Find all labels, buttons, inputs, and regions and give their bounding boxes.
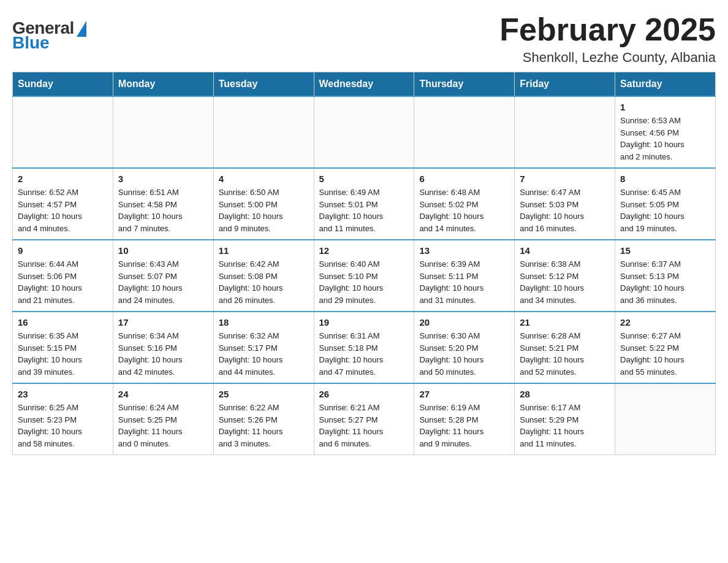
day-number: 6	[419, 174, 509, 184]
day-info: Sunrise: 6:50 AM Sunset: 5:00 PM Dayligh…	[219, 186, 309, 234]
day-info: Sunrise: 6:40 AM Sunset: 5:10 PM Dayligh…	[319, 258, 409, 306]
day-info: Sunrise: 6:25 AM Sunset: 5:23 PM Dayligh…	[18, 402, 108, 450]
day-number: 24	[118, 389, 208, 399]
calendar-day-cell	[314, 96, 414, 168]
calendar-day-cell: 3Sunrise: 6:51 AM Sunset: 4:58 PM Daylig…	[113, 168, 213, 240]
calendar-day-cell: 25Sunrise: 6:22 AM Sunset: 5:26 PM Dayli…	[213, 383, 314, 455]
calendar-day-cell: 27Sunrise: 6:19 AM Sunset: 5:28 PM Dayli…	[414, 383, 515, 455]
day-info: Sunrise: 6:47 AM Sunset: 5:03 PM Dayligh…	[520, 186, 610, 234]
calendar-subtitle: Shenkoll, Lezhe County, Albania	[499, 50, 716, 66]
day-info: Sunrise: 6:38 AM Sunset: 5:12 PM Dayligh…	[520, 258, 610, 306]
calendar-title: February 2025	[499, 12, 716, 47]
calendar-day-cell: 23Sunrise: 6:25 AM Sunset: 5:23 PM Dayli…	[13, 383, 113, 455]
calendar-day-cell: 13Sunrise: 6:39 AM Sunset: 5:11 PM Dayli…	[414, 240, 515, 312]
day-number: 11	[219, 245, 309, 256]
calendar-day-cell: 24Sunrise: 6:24 AM Sunset: 5:25 PM Dayli…	[113, 383, 213, 455]
calendar-day-cell: 26Sunrise: 6:21 AM Sunset: 5:27 PM Dayli…	[314, 383, 414, 455]
day-number: 12	[319, 245, 409, 256]
calendar-week-row: 16Sunrise: 6:35 AM Sunset: 5:15 PM Dayli…	[13, 312, 716, 383]
calendar-week-row: 23Sunrise: 6:25 AM Sunset: 5:23 PM Dayli…	[13, 383, 716, 455]
title-block: February 2025 Shenkoll, Lezhe County, Al…	[499, 12, 716, 66]
calendar-day-cell: 10Sunrise: 6:43 AM Sunset: 5:07 PM Dayli…	[113, 240, 213, 312]
calendar-day-cell	[113, 96, 213, 168]
calendar-table: SundayMondayTuesdayWednesdayThursdayFrid…	[12, 72, 716, 455]
calendar-day-cell: 5Sunrise: 6:49 AM Sunset: 5:01 PM Daylig…	[314, 168, 414, 240]
calendar-day-cell: 22Sunrise: 6:27 AM Sunset: 5:22 PM Dayli…	[615, 312, 716, 383]
calendar-week-row: 1Sunrise: 6:53 AM Sunset: 4:56 PM Daylig…	[13, 96, 716, 168]
day-number: 28	[520, 389, 610, 399]
calendar-day-cell: 2Sunrise: 6:52 AM Sunset: 4:57 PM Daylig…	[13, 168, 113, 240]
day-info: Sunrise: 6:34 AM Sunset: 5:16 PM Dayligh…	[118, 330, 208, 378]
day-info: Sunrise: 6:35 AM Sunset: 5:15 PM Dayligh…	[18, 330, 108, 378]
day-info: Sunrise: 6:27 AM Sunset: 5:22 PM Dayligh…	[620, 330, 710, 378]
day-info: Sunrise: 6:28 AM Sunset: 5:21 PM Dayligh…	[520, 330, 610, 378]
calendar-day-cell: 11Sunrise: 6:42 AM Sunset: 5:08 PM Dayli…	[213, 240, 314, 312]
day-of-week-header: Sunday	[13, 72, 113, 97]
day-info: Sunrise: 6:22 AM Sunset: 5:26 PM Dayligh…	[219, 402, 309, 450]
calendar-day-cell: 12Sunrise: 6:40 AM Sunset: 5:10 PM Dayli…	[314, 240, 414, 312]
day-info: Sunrise: 6:48 AM Sunset: 5:02 PM Dayligh…	[419, 186, 509, 234]
calendar-day-cell: 19Sunrise: 6:31 AM Sunset: 5:18 PM Dayli…	[314, 312, 414, 383]
calendar-day-cell	[414, 96, 515, 168]
day-number: 9	[18, 245, 108, 256]
logo-blue-text: Blue	[12, 33, 50, 53]
day-info: Sunrise: 6:19 AM Sunset: 5:28 PM Dayligh…	[419, 402, 509, 450]
calendar-day-cell: 9Sunrise: 6:44 AM Sunset: 5:06 PM Daylig…	[13, 240, 113, 312]
day-info: Sunrise: 6:31 AM Sunset: 5:18 PM Dayligh…	[319, 330, 409, 378]
day-number: 8	[620, 174, 710, 184]
calendar-day-cell	[13, 96, 113, 168]
day-number: 16	[18, 317, 108, 327]
calendar-day-cell: 16Sunrise: 6:35 AM Sunset: 5:15 PM Dayli…	[13, 312, 113, 383]
calendar-day-cell: 7Sunrise: 6:47 AM Sunset: 5:03 PM Daylig…	[515, 168, 615, 240]
day-number: 27	[419, 389, 509, 399]
day-info: Sunrise: 6:49 AM Sunset: 5:01 PM Dayligh…	[319, 186, 409, 234]
day-of-week-header: Thursday	[414, 72, 515, 97]
day-info: Sunrise: 6:45 AM Sunset: 5:05 PM Dayligh…	[620, 186, 710, 234]
day-number: 25	[219, 389, 309, 399]
calendar-day-cell	[615, 383, 716, 455]
day-of-week-header: Friday	[515, 72, 615, 97]
calendar-day-cell: 15Sunrise: 6:37 AM Sunset: 5:13 PM Dayli…	[615, 240, 716, 312]
day-number: 14	[520, 245, 610, 256]
day-info: Sunrise: 6:52 AM Sunset: 4:57 PM Dayligh…	[18, 186, 108, 234]
day-info: Sunrise: 6:17 AM Sunset: 5:29 PM Dayligh…	[520, 402, 610, 450]
calendar-day-cell: 21Sunrise: 6:28 AM Sunset: 5:21 PM Dayli…	[515, 312, 615, 383]
day-number: 13	[419, 245, 509, 256]
day-number: 7	[520, 174, 610, 184]
day-of-week-header: Tuesday	[213, 72, 314, 97]
day-number: 18	[219, 317, 309, 327]
calendar-day-cell	[515, 96, 615, 168]
day-number: 26	[319, 389, 409, 399]
day-info: Sunrise: 6:30 AM Sunset: 5:20 PM Dayligh…	[419, 330, 509, 378]
day-number: 15	[620, 245, 710, 256]
calendar-day-cell: 18Sunrise: 6:32 AM Sunset: 5:17 PM Dayli…	[213, 312, 314, 383]
day-of-week-header: Saturday	[615, 72, 716, 97]
day-number: 10	[118, 245, 208, 256]
calendar-day-cell	[213, 96, 314, 168]
calendar-day-cell: 1Sunrise: 6:53 AM Sunset: 4:56 PM Daylig…	[615, 96, 716, 168]
day-number: 4	[219, 174, 309, 184]
page-header: General Blue February 2025 Shenkoll, Lez…	[12, 12, 716, 66]
day-info: Sunrise: 6:32 AM Sunset: 5:17 PM Dayligh…	[219, 330, 309, 378]
calendar-day-cell: 6Sunrise: 6:48 AM Sunset: 5:02 PM Daylig…	[414, 168, 515, 240]
day-info: Sunrise: 6:44 AM Sunset: 5:06 PM Dayligh…	[18, 258, 108, 306]
calendar-day-cell: 8Sunrise: 6:45 AM Sunset: 5:05 PM Daylig…	[615, 168, 716, 240]
day-info: Sunrise: 6:53 AM Sunset: 4:56 PM Dayligh…	[620, 115, 710, 163]
logo: General Blue	[12, 12, 86, 53]
calendar-header-row: SundayMondayTuesdayWednesdayThursdayFrid…	[13, 72, 716, 97]
day-number: 17	[118, 317, 208, 327]
day-number: 23	[18, 389, 108, 399]
calendar-day-cell: 20Sunrise: 6:30 AM Sunset: 5:20 PM Dayli…	[414, 312, 515, 383]
day-number: 5	[319, 174, 409, 184]
day-number: 22	[620, 317, 710, 327]
day-info: Sunrise: 6:51 AM Sunset: 4:58 PM Dayligh…	[118, 186, 208, 234]
calendar-day-cell: 4Sunrise: 6:50 AM Sunset: 5:00 PM Daylig…	[213, 168, 314, 240]
day-number: 20	[419, 317, 509, 327]
day-info: Sunrise: 6:43 AM Sunset: 5:07 PM Dayligh…	[118, 258, 208, 306]
day-of-week-header: Wednesday	[314, 72, 414, 97]
day-number: 3	[118, 174, 208, 184]
calendar-day-cell: 17Sunrise: 6:34 AM Sunset: 5:16 PM Dayli…	[113, 312, 213, 383]
day-info: Sunrise: 6:39 AM Sunset: 5:11 PM Dayligh…	[419, 258, 509, 306]
day-info: Sunrise: 6:24 AM Sunset: 5:25 PM Dayligh…	[118, 402, 208, 450]
calendar-week-row: 2Sunrise: 6:52 AM Sunset: 4:57 PM Daylig…	[13, 168, 716, 240]
